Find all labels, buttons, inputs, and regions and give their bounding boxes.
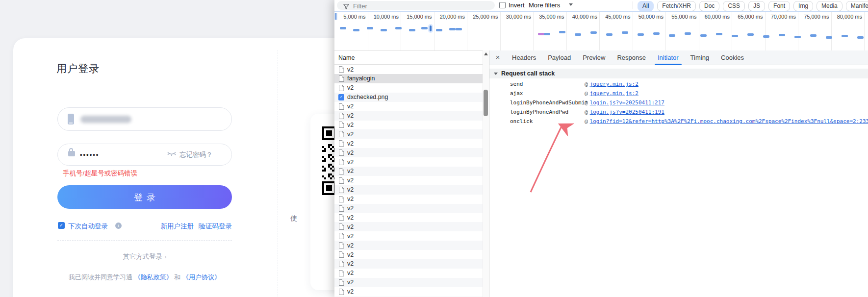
- request-row-v2[interactable]: v2: [334, 287, 483, 297]
- request-row-v2[interactable]: v2: [334, 185, 483, 195]
- eye-closed-icon[interactable]: [167, 150, 177, 159]
- frame-source-link[interactable]: login?fid=12&refer=http%3A%2F%2Fi.mooc.c…: [590, 118, 868, 124]
- frame-source-link[interactable]: jquery.min.js:2: [590, 90, 638, 97]
- request-row-v2[interactable]: v2: [334, 241, 483, 250]
- request-row-v2[interactable]: v2: [334, 278, 483, 287]
- filter-chip-doc[interactable]: Doc: [699, 1, 719, 11]
- filter-chip-js[interactable]: JS: [748, 1, 765, 11]
- filter-chip-css[interactable]: CSS: [723, 1, 745, 11]
- request-row-v2[interactable]: v2: [334, 111, 483, 121]
- name-column-header[interactable]: Name: [334, 50, 489, 65]
- document-icon: [338, 270, 344, 276]
- login-button[interactable]: 登录: [57, 185, 232, 209]
- request-row-v2[interactable]: v2: [334, 195, 483, 204]
- filter-chip-fetch-xhr[interactable]: Fetch/XHR: [657, 1, 696, 11]
- tab-initiator[interactable]: Initiator: [652, 50, 685, 65]
- frame-function: loginByPhoneAndPwd: [510, 109, 585, 115]
- login-title: 用户登录: [56, 62, 100, 75]
- request-row-v2[interactable]: v2: [334, 129, 483, 139]
- waterfall-mark: [779, 34, 785, 36]
- lock-icon: [68, 151, 75, 156]
- document-icon: [338, 196, 344, 202]
- auto-login-label[interactable]: 下次自动登录: [68, 222, 108, 231]
- auto-login-checkbox[interactable]: ✓: [58, 222, 65, 229]
- password-input[interactable]: •••••• 忘记密码？: [57, 144, 232, 166]
- at-glyph: @: [585, 81, 588, 87]
- request-row-v2[interactable]: v2: [334, 176, 483, 185]
- timeline-ticks: 5,000 ms10,000 ms15,000 ms20,000 ms25,00…: [335, 12, 865, 50]
- request-row-v2[interactable]: v2: [334, 102, 483, 111]
- document-icon: [338, 75, 344, 82]
- request-row-v2[interactable]: v2: [334, 213, 483, 222]
- frame-source-link[interactable]: login.js?v=20250411:191: [590, 109, 664, 115]
- sms-login-link[interactable]: 验证码登录: [199, 222, 232, 231]
- network-overview-timeline[interactable]: 5,000 ms10,000 ms15,000 ms20,000 ms25,00…: [334, 12, 868, 50]
- tab-headers[interactable]: Headers: [506, 50, 542, 65]
- timeline-range-handle[interactable]: [334, 13, 337, 20]
- filter-chip-manifest[interactable]: Manifest: [846, 1, 868, 11]
- request-row-v2[interactable]: v2: [334, 250, 483, 259]
- request-row-v2[interactable]: v2: [334, 167, 483, 176]
- frame-function: onclick: [510, 118, 585, 124]
- request-row-v2[interactable]: v2: [334, 222, 483, 231]
- divider: [57, 240, 232, 241]
- phone-input[interactable]: [57, 107, 232, 131]
- document-icon: [338, 131, 344, 137]
- request-row-v2[interactable]: v2: [334, 269, 483, 278]
- waterfall-mark: [340, 27, 346, 29]
- chevron-down-icon: [569, 3, 573, 6]
- timeline-tick: 15,000 ms: [401, 12, 434, 50]
- waterfall-mark: [559, 31, 565, 33]
- request-row-v2[interactable]: v2: [334, 120, 483, 129]
- request-name: v2: [347, 131, 354, 138]
- timeline-tick: 60,000 ms: [699, 12, 733, 50]
- request-call-stack-header[interactable]: Request call stack: [489, 69, 868, 78]
- invert-checkbox[interactable]: [499, 2, 506, 8]
- phone-value-blurred: [80, 116, 131, 123]
- request-name: v2: [347, 159, 354, 166]
- tab-response[interactable]: Response: [611, 50, 652, 65]
- tab-preview[interactable]: Preview: [577, 50, 611, 65]
- document-icon: [338, 140, 344, 147]
- user-agreement-link[interactable]: 《用户协议》: [182, 273, 221, 281]
- request-row-v2[interactable]: v2: [334, 83, 483, 93]
- tab-cookies[interactable]: Cookies: [715, 50, 750, 65]
- request-row-v2[interactable]: v2: [334, 65, 483, 74]
- more-filters-button[interactable]: More filters: [529, 1, 560, 9]
- filter-input[interactable]: Filter: [337, 1, 495, 10]
- tab-payload[interactable]: Payload: [542, 50, 577, 65]
- filter-chip-all[interactable]: All: [638, 1, 654, 11]
- privacy-policy-link[interactable]: 《隐私政策》: [134, 273, 173, 281]
- document-icon: [338, 66, 344, 73]
- request-row-v2[interactable]: v2: [334, 259, 483, 269]
- request-row-v2[interactable]: v2: [334, 139, 483, 148]
- request-row-v2[interactable]: v2: [334, 157, 483, 167]
- request-row-v2[interactable]: v2: [334, 231, 483, 241]
- scrollbar-thumb[interactable]: [484, 90, 488, 116]
- stack-frame-loginByPhoneAndPwdSubmit: loginByPhoneAndPwdSubmit@login.js?v=2025…: [510, 99, 664, 107]
- request-row-fanyalogin[interactable]: fanyalogin: [334, 74, 483, 83]
- waterfall-mark: [638, 33, 644, 36]
- waterfall-mark: [669, 34, 675, 37]
- request-list-scrollbar[interactable]: [483, 50, 489, 297]
- at-glyph: @: [585, 99, 588, 106]
- register-link[interactable]: 新用户注册: [161, 222, 194, 231]
- waterfall-mark: [456, 28, 462, 30]
- frame-source-link[interactable]: jquery.min.js:2: [590, 81, 638, 87]
- frame-source-link[interactable]: login.js?v=20250411:217: [590, 99, 664, 106]
- timeline-tick: 55,000 ms: [666, 12, 699, 50]
- filter-chip-media[interactable]: Media: [817, 1, 842, 11]
- filter-chip-img[interactable]: Img: [793, 1, 813, 11]
- waterfall-mark: [747, 33, 754, 36]
- request-row-v2[interactable]: v2: [334, 148, 483, 157]
- filter-chip-font[interactable]: Font: [768, 1, 790, 11]
- request-row-dxchecked.png[interactable]: ✓dxchecked.png: [334, 93, 483, 102]
- other-login-link[interactable]: 其它方式登录›: [57, 252, 232, 261]
- forgot-password-link[interactable]: 忘记密码？: [179, 150, 213, 159]
- close-icon[interactable]: ×: [493, 53, 502, 61]
- scroll-up-icon[interactable]: [484, 52, 488, 55]
- request-row-v2[interactable]: v2: [334, 204, 483, 213]
- tab-timing[interactable]: Timing: [685, 50, 715, 65]
- waterfall-mark: [685, 32, 691, 35]
- waterfall-mark: [716, 33, 722, 35]
